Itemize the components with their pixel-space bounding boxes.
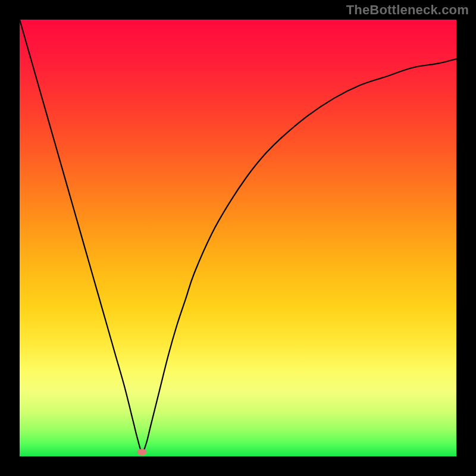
watermark-text: TheBottleneck.com — [346, 2, 469, 18]
min-marker — [137, 449, 147, 455]
chart-frame: TheBottleneck.com — [0, 0, 476, 476]
plot-area — [20, 20, 456, 456]
plot-svg — [20, 20, 456, 456]
bottleneck-curve — [20, 20, 456, 452]
